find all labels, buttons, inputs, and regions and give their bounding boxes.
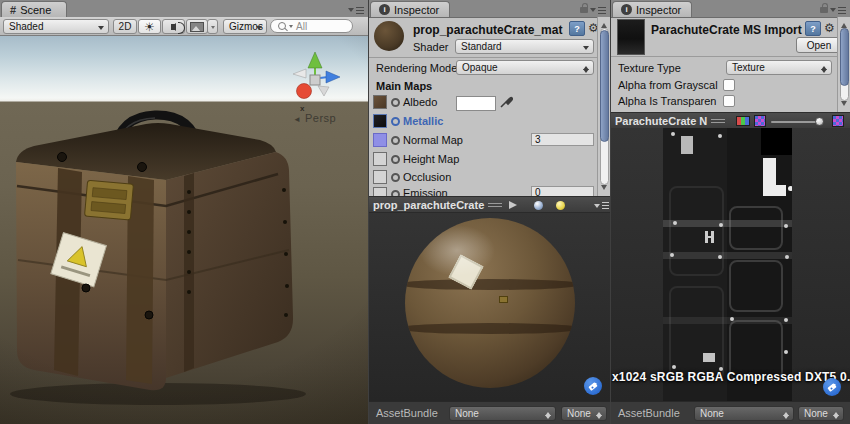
scroll-up-icon[interactable] xyxy=(841,20,847,28)
texture-info-line: x1024 sRGB RGBA Compressed DXT5 0.7 xyxy=(612,370,850,384)
scene-orientation-gizmo[interactable] xyxy=(290,50,342,108)
alpha-checker-icon[interactable] xyxy=(754,115,766,127)
inspector1-tabstrip: i Inspector xyxy=(369,0,610,18)
inspector1-panel-menu-icon[interactable] xyxy=(590,5,606,15)
scene-tabstrip: # Scene xyxy=(0,0,368,18)
search-icon xyxy=(278,22,286,30)
inspector1-scrollbar[interactable] xyxy=(597,17,611,196)
eyedropper-icon[interactable] xyxy=(499,94,513,109)
inspector1-scrollbar-thumb[interactable] xyxy=(600,30,609,142)
metallic-object-picker-icon[interactable] xyxy=(391,117,400,126)
help-icon[interactable]: ? xyxy=(569,21,585,36)
tab-scene[interactable]: # Scene xyxy=(1,1,67,17)
preview-sphere-icon[interactable] xyxy=(534,201,543,210)
shader-label: Shader xyxy=(413,41,448,53)
lock-icon[interactable] xyxy=(580,7,588,13)
texture-preview-area[interactable]: x1024 sRGB RGBA Compressed DXT5 0.7 xyxy=(611,128,850,401)
texture-type-dropdown[interactable]: Texture xyxy=(726,60,832,75)
inspector2-scrollbar-thumb[interactable] xyxy=(840,28,849,86)
inspector-texture-panel: i Inspector ParachuteCrate MS Import ? ⚙… xyxy=(610,0,850,424)
assetbundle-dropdown[interactable]: None xyxy=(449,406,556,421)
sphere-brass-detail xyxy=(499,296,508,303)
sun-icon: ☀ xyxy=(144,21,155,33)
height-map-thumbnail[interactable] xyxy=(373,152,387,166)
scene-viewport[interactable]: x ◄ Persp xyxy=(0,36,368,424)
normal-map-label: Normal Map xyxy=(403,134,463,146)
scroll-up-icon[interactable] xyxy=(601,20,607,28)
scene-effects-dropdown[interactable] xyxy=(207,19,218,34)
help-icon[interactable]: ? xyxy=(805,21,821,36)
material-title: prop_parachuteCrate_mat xyxy=(413,23,562,37)
preview-drag-handle-icon[interactable] xyxy=(711,119,725,124)
alpha-is-transparent-label: Alpha Is Transparen xyxy=(618,95,716,107)
material-preview-title: prop_parachuteCrate xyxy=(373,199,484,211)
preview-light-icon[interactable] xyxy=(556,201,565,210)
occlusion-map-thumbnail[interactable] xyxy=(373,170,387,184)
height-map-label: Height Map xyxy=(403,153,459,165)
mip-level-slider[interactable] xyxy=(771,121,823,123)
tab-inspector-texture[interactable]: i Inspector xyxy=(612,1,692,17)
info-icon: i xyxy=(621,4,632,15)
scene-grid-icon: # xyxy=(10,4,16,16)
albedo-map-thumbnail[interactable] xyxy=(373,95,387,109)
preview-menu-icon[interactable] xyxy=(594,202,609,211)
main-maps-header: Main Maps xyxy=(376,80,432,92)
height-map-object-picker-icon[interactable] xyxy=(391,155,400,164)
assetbundle-variant-dropdown[interactable]: None xyxy=(561,406,607,421)
scene-panel-menu-icon[interactable] xyxy=(348,5,364,15)
alpha-is-transparent-checkbox[interactable] xyxy=(723,95,735,107)
search-value: All xyxy=(296,21,307,32)
preview-drag-handle-icon[interactable] xyxy=(488,203,502,208)
rendering-mode-dropdown[interactable]: Opaque xyxy=(456,60,594,75)
scene-search-input[interactable]: All xyxy=(270,19,353,33)
gear-icon[interactable]: ⚙ xyxy=(824,22,835,34)
normal-map-scale-field[interactable]: 3 xyxy=(531,133,594,146)
info-icon: i xyxy=(379,4,390,15)
scene-effects-button[interactable] xyxy=(186,19,208,34)
shader-dropdown[interactable]: Standard xyxy=(455,39,594,54)
texture-preview-thumbnail xyxy=(617,19,645,55)
occlusion-object-picker-icon[interactable] xyxy=(391,173,400,182)
preview-play-icon[interactable] xyxy=(509,201,521,209)
perspective-mode-label[interactable]: ◄ Persp xyxy=(293,112,336,124)
tab-inspector-material[interactable]: i Inspector xyxy=(370,1,450,17)
alpha-from-grayscale-checkbox[interactable] xyxy=(723,79,735,91)
albedo-label: Albedo xyxy=(403,96,437,108)
normal-map-object-picker-icon[interactable] xyxy=(391,136,400,145)
assetbundle-variant-dropdown[interactable]: None xyxy=(798,406,844,421)
scene-tab-label: Scene xyxy=(20,4,51,16)
open-button[interactable]: Open xyxy=(796,37,842,53)
rgb-channels-icon[interactable] xyxy=(736,116,750,126)
albedo-color-swatch[interactable] xyxy=(456,96,496,111)
alpha-from-grayscale-label: Alpha from Grayscal xyxy=(618,79,718,91)
parachute-crate-model[interactable] xyxy=(8,110,308,405)
metallic-map-thumbnail[interactable] xyxy=(373,114,387,128)
chevron-down-icon xyxy=(211,26,215,31)
material-preview-area[interactable] xyxy=(369,213,610,401)
mip-slider-knob[interactable] xyxy=(815,117,824,126)
scroll-down-icon[interactable] xyxy=(601,185,607,193)
assetbundle-tag-icon[interactable] xyxy=(823,378,841,396)
shading-mode-dropdown[interactable]: Shaded xyxy=(3,19,109,34)
assetbundle-label: AssetBundle xyxy=(376,407,438,419)
inspector2-panel-menu-icon[interactable] xyxy=(830,5,846,15)
assetbundle-dropdown[interactable]: None xyxy=(694,406,794,421)
lock-icon[interactable] xyxy=(820,7,828,13)
texture-assetbundle-footer: AssetBundle None None xyxy=(611,401,850,424)
2d-toggle-button[interactable]: 2D xyxy=(113,19,137,34)
gizmos-dropdown[interactable]: Gizmos xyxy=(223,19,267,34)
scene-lighting-button[interactable]: ☀ xyxy=(138,19,161,34)
assetbundle-tag-icon[interactable] xyxy=(584,377,602,395)
scroll-down-icon[interactable] xyxy=(841,101,847,109)
inspector2-scrollbar[interactable] xyxy=(837,17,850,112)
mipmap-checker-icon[interactable] xyxy=(832,115,844,127)
occlusion-label: Occlusion xyxy=(403,171,451,183)
scene-audio-button[interactable] xyxy=(162,19,185,34)
texture-preview-bar: ParachuteCrate N xyxy=(611,112,850,129)
material-assetbundle-footer: AssetBundle None None xyxy=(369,401,610,424)
albedo-object-picker-icon[interactable] xyxy=(391,98,400,107)
texture-preview-title: ParachuteCrate N xyxy=(615,115,707,127)
inspector-material-panel: i Inspector prop_parachuteCrate_mat ? ⚙ … xyxy=(368,0,610,424)
normal-map-thumbnail[interactable] xyxy=(373,133,387,147)
material-preview-bar: prop_parachuteCrate xyxy=(369,196,610,213)
